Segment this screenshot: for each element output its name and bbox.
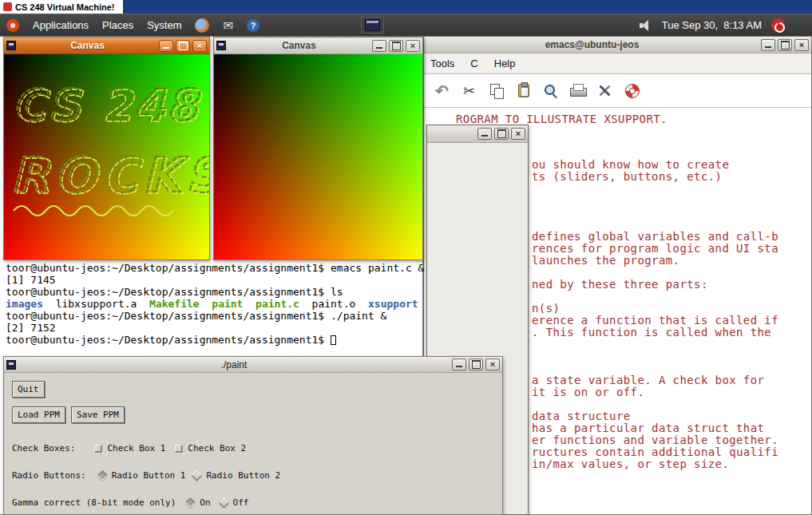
print-icon[interactable] [568,81,588,101]
tools-icon[interactable] [595,81,615,101]
undo-icon[interactable]: ↶ [432,81,452,101]
menu-c[interactable]: C [470,57,477,69]
canvas1-title: Canvas [19,40,156,51]
canvas2-titlebar[interactable]: Canvas × [214,38,422,54]
help-icon[interactable]: ? [247,19,259,32]
checkbox-1-label: Check Box 1 [107,443,165,454]
emacs-titlebar[interactable]: emacs@ubuntu-jeos × [424,37,811,53]
maximize-button[interactable] [778,39,792,51]
gamma-label: Gamma correct (8-bit mode only) [12,497,176,508]
gamma-off-label: Off [233,497,249,508]
emacs-body-text: ou should know how to create ts (sliders… [532,159,778,470]
paint-window-title: ./paint [19,359,449,370]
canvas1-titlebar[interactable]: Canvas × [4,38,209,54]
minimize-button[interactable] [477,128,492,140]
mail-icon[interactable]: ✉ [223,19,233,31]
app-icon [6,360,16,370]
maximize-button[interactable] [176,40,190,52]
paint-body: Quit Load PPM Save PPM Check Boxes: Chec… [4,373,502,514]
save-ppm-button[interactable]: Save PPM [71,406,125,423]
close-button[interactable]: × [192,40,207,52]
canvas2-title: Canvas [229,40,369,51]
terminal-prompt-line: toor@ubuntu-jeos:~/Desktop/assignments/a… [6,334,421,346]
minimize-button[interactable] [452,359,466,370]
paste-icon[interactable] [513,81,533,101]
vm-titlebar: CS 248 Virtual Machine! [0,0,812,14]
minimize-button[interactable] [372,40,386,52]
minimize-button[interactable] [159,40,173,52]
close-icon: × [197,42,202,50]
gamma-off-radio[interactable] [219,497,229,508]
menu-tools[interactable]: Tools [430,57,454,69]
canvas1-paint-surface[interactable]: CS 248 CS 248 ROCKS ROCKS [4,54,209,259]
distro-menu-icon[interactable] [6,19,19,32]
terminal-line: toor@ubuntu-jeos:~/Desktop/assignments/a… [6,262,421,274]
volume-icon[interactable] [640,20,652,31]
checkbox-2-label: Check Box 2 [188,443,246,454]
terminal-ls-output: images libxsupport.a Makefile paint pain… [6,298,421,310]
terminal-line: [1] 7145 [6,274,421,286]
canvas2-paint-surface[interactable] [214,54,422,259]
doodle-squiggle [14,206,173,216]
close-button[interactable]: × [485,359,500,370]
vm-window-tab[interactable]: CS 248 Virtual Machine! [0,0,123,14]
hidden-window-titlebar[interactable]: × [427,125,528,143]
gamma-on-radio[interactable] [185,497,196,508]
paint-titlebar[interactable]: ./paint × [4,357,502,373]
checkbox-1[interactable] [94,445,101,452]
emacs-window-title: emacs@ubuntu-jeos [426,39,758,50]
gnome-panel: Applications Places System ✉ ? Tue Sep 3… [0,14,812,36]
vm-app-icon [3,2,12,11]
close-icon: × [490,360,495,369]
menu-help[interactable]: Help [494,57,516,69]
radio-button-1[interactable] [97,470,108,481]
minimize-button[interactable] [761,39,775,51]
close-button[interactable]: × [406,40,420,52]
menu-system[interactable]: System [147,19,181,31]
doodle-text-rocks: ROCKS [13,149,209,204]
copy-icon[interactable] [486,81,506,101]
close-button[interactable]: × [794,39,809,51]
radio-buttons-label: Radio Buttons: [12,470,86,481]
terminal-icon [365,19,380,31]
window-list-terminal-button[interactable] [361,17,384,34]
load-ppm-button[interactable]: Load PPM [12,406,65,423]
terminal-line: toor@ubuntu-jeos:~/Desktop/assignments/a… [6,310,421,322]
menu-applications[interactable]: Applications [33,19,89,31]
vm-title: CS 248 Virtual Machine! [15,2,115,12]
app-icon [6,41,16,50]
menu-places[interactable]: Places [102,19,133,31]
radio-button-2[interactable] [192,470,203,481]
maximize-button[interactable] [389,40,403,52]
power-button-icon[interactable] [771,18,785,32]
cut-icon[interactable]: ✂ [459,81,479,101]
maximize-button[interactable] [469,359,483,370]
firefox-icon[interactable] [195,18,209,33]
close-icon: × [410,42,415,50]
gamma-on-label: On [200,497,210,508]
close-button[interactable]: × [511,128,525,140]
emacs-menubar: Tools C Help [424,53,811,74]
close-icon: × [516,129,521,138]
terminal-cursor[interactable] [331,335,336,345]
checkboxes-label: Check Boxes: [12,443,75,454]
canvas-window-2[interactable]: Canvas × [213,37,423,260]
app-icon [216,41,226,50]
search-icon[interactable] [541,81,560,101]
quit-button[interactable]: Quit [12,381,45,398]
paint-window[interactable]: ./paint × Quit Load PPM Save PPM Check B… [3,356,503,515]
canvas-window-1[interactable]: Canvas × CS 248 CS 248 ROCKS ROCKS [3,37,210,260]
radio-button-2-label: Radio Button 2 [206,470,280,481]
terminal-line: toor@ubuntu-jeos:~/Desktop/assignments/a… [6,286,421,298]
emacs-comment-line: ROGRAM TO ILLUSTRATE XSUPPORT. [456,113,667,125]
terminal-line: [2] 7152 [6,322,421,334]
radio-button-1-label: Radio Button 1 [112,470,186,481]
doodle-text-cs248: CS 248 [14,81,203,132]
emacs-toolbar: ↶ ✂ [424,74,811,108]
checkbox-2[interactable] [175,445,182,452]
close-icon: × [799,41,804,50]
clock[interactable]: Tue Sep 30, 8:13 AM [662,19,762,31]
help-lifering-icon[interactable] [622,81,642,101]
maximize-button[interactable] [494,128,509,140]
terminal-output[interactable]: toor@ubuntu-jeos:~/Desktop/assignments/a… [6,262,421,346]
